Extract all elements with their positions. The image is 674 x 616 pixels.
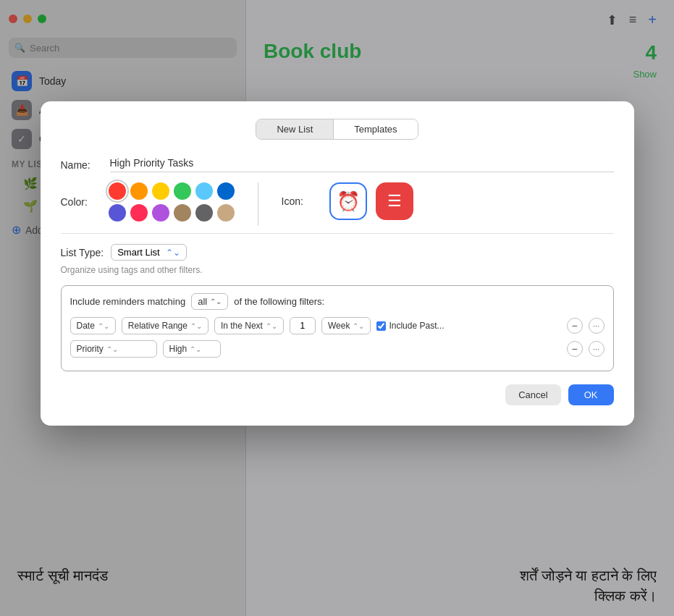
color-section: Color: bbox=[61, 182, 235, 221]
list-icon-option[interactable]: ☰ bbox=[376, 182, 413, 220]
priority-field-chevron: ⌃⌄ bbox=[106, 345, 118, 353]
date-unit-chevron: ⌃⌄ bbox=[353, 322, 364, 330]
list-type-chevron: ⌃⌄ bbox=[166, 248, 180, 258]
date-condition-chevron: ⌃⌄ bbox=[190, 322, 202, 330]
date-range-select[interactable]: In the Next ⌃⌄ bbox=[214, 317, 284, 334]
name-row: Name: bbox=[61, 157, 614, 172]
icon-section: Icon: ⏰ ☰ bbox=[282, 182, 413, 220]
clock-symbol: ⏰ bbox=[337, 190, 360, 213]
color-swatch-3[interactable] bbox=[174, 182, 191, 200]
priority-field-select[interactable]: Priority ⌃⌄ bbox=[70, 340, 157, 358]
list-symbol: ☰ bbox=[387, 192, 402, 211]
more-filter-1-button[interactable]: ··· bbox=[589, 318, 605, 334]
cancel-button[interactable]: Cancel bbox=[505, 384, 560, 405]
more-filter-2-button[interactable]: ··· bbox=[589, 341, 605, 357]
list-type-row: List Type: Smart List ⌃⌄ bbox=[61, 244, 614, 261]
smart-list-modal: New List Templates Name: Color: bbox=[41, 101, 634, 426]
match-option: all bbox=[198, 296, 207, 307]
color-icon-divider bbox=[258, 182, 258, 226]
date-condition-select[interactable]: Relative Range ⌃⌄ bbox=[122, 317, 208, 334]
filter-row-2: Priority ⌃⌄ High ⌃⌄ − ··· bbox=[70, 340, 605, 358]
list-type-value: Smart List bbox=[117, 247, 160, 258]
date-range-value: In the Next bbox=[221, 321, 263, 331]
color-swatch-10[interactable] bbox=[195, 204, 213, 221]
icon-row: ⏰ ☰ bbox=[329, 182, 413, 220]
name-input[interactable] bbox=[110, 157, 614, 169]
remove-filter-2-button[interactable]: − bbox=[567, 341, 583, 357]
color-grid bbox=[109, 182, 235, 221]
name-label: Name: bbox=[61, 159, 101, 171]
name-field-container bbox=[110, 157, 614, 172]
tab-templates[interactable]: Templates bbox=[334, 119, 417, 139]
color-swatch-2[interactable] bbox=[152, 182, 169, 200]
priority-value-select[interactable]: High ⌃⌄ bbox=[163, 340, 221, 358]
color-swatch-1[interactable] bbox=[130, 182, 148, 200]
include-past-checkbox[interactable] bbox=[376, 321, 386, 331]
color-swatch-11[interactable] bbox=[217, 204, 235, 221]
filter-match-row: Include reminders matching all ⌃⌄ of the… bbox=[70, 293, 605, 310]
priority-field-value: Priority bbox=[77, 344, 104, 354]
ok-button[interactable]: OK bbox=[568, 384, 614, 405]
tab-group: New List Templates bbox=[256, 119, 418, 140]
color-swatch-8[interactable] bbox=[152, 204, 169, 221]
icon-label: Icon: bbox=[282, 195, 322, 207]
match-select[interactable]: all ⌃⌄ bbox=[191, 293, 228, 310]
modal-footer: Cancel OK bbox=[61, 384, 614, 405]
include-matching-label: Include reminders matching bbox=[70, 296, 186, 307]
clock-icon-option[interactable]: ⏰ bbox=[329, 182, 367, 220]
color-swatch-5[interactable] bbox=[217, 182, 235, 200]
filter-row-1: Date ⌃⌄ Relative Range ⌃⌄ In the Next ⌃⌄… bbox=[70, 317, 605, 334]
date-condition-value: Relative Range bbox=[128, 321, 188, 331]
date-number-input[interactable] bbox=[290, 317, 316, 334]
color-swatch-6[interactable] bbox=[109, 204, 126, 221]
list-type-select[interactable]: Smart List ⌃⌄ bbox=[111, 244, 187, 261]
date-field-select[interactable]: Date ⌃⌄ bbox=[70, 317, 116, 334]
priority-value-chevron: ⌃⌄ bbox=[190, 345, 201, 353]
modal-tabs: New List Templates bbox=[61, 119, 614, 140]
date-field-chevron: ⌃⌄ bbox=[98, 322, 109, 330]
of-text: of the following filters: bbox=[234, 296, 324, 307]
list-type-label: List Type: bbox=[61, 247, 104, 258]
date-unit-value: Week bbox=[328, 321, 350, 331]
organize-hint: Organize using tags and other filters. bbox=[61, 265, 614, 275]
color-icon-row: Color: bbox=[61, 182, 614, 234]
color-swatch-0[interactable] bbox=[109, 182, 126, 200]
color-swatch-4[interactable] bbox=[195, 182, 213, 200]
color-swatch-7[interactable] bbox=[130, 204, 148, 221]
include-past-text: Include Past... bbox=[389, 321, 444, 331]
tab-new-list[interactable]: New List bbox=[256, 119, 334, 139]
date-unit-select[interactable]: Week ⌃⌄ bbox=[321, 317, 371, 334]
filters-box: Include reminders matching all ⌃⌄ of the… bbox=[61, 285, 614, 371]
remove-filter-1-button[interactable]: − bbox=[567, 318, 583, 334]
color-label: Color: bbox=[61, 196, 101, 208]
date-field-value: Date bbox=[77, 321, 95, 331]
color-swatch-9[interactable] bbox=[174, 204, 191, 221]
priority-value: High bbox=[169, 344, 188, 354]
match-chevron: ⌃⌄ bbox=[210, 298, 222, 305]
date-range-chevron: ⌃⌄ bbox=[266, 322, 277, 330]
include-past-label[interactable]: Include Past... bbox=[376, 321, 444, 331]
